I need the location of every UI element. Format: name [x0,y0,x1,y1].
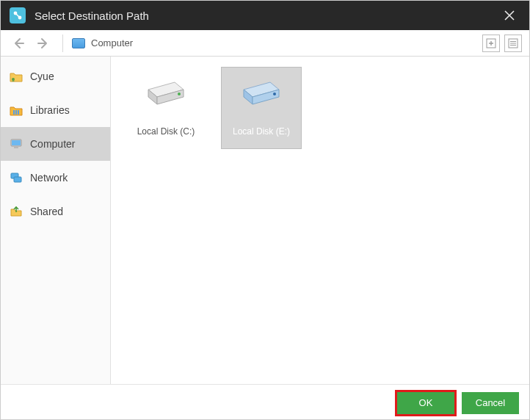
sidebar-item-cyue[interactable]: Cyue [1,59,110,93]
dialog-title: Select Destination Path [35,10,498,22]
titlebar: Select Destination Path [1,1,529,30]
close-icon[interactable] [498,7,520,23]
path-label: Computer [91,37,133,48]
svg-rect-10 [14,147,18,148]
sidebar-item-computer[interactable]: Computer [1,127,110,161]
drive-item-e[interactable]: Local Disk (E:) [221,67,302,149]
svg-point-20 [273,93,276,95]
sidebar-item-label: Shared [30,206,63,217]
back-button[interactable] [8,33,29,54]
cancel-button[interactable]: Cancel [462,392,519,414]
sidebar-item-label: Network [30,172,68,184]
svg-point-16 [178,93,181,95]
drive-item-c[interactable]: Local Disk (C:) [126,67,206,149]
network-icon [10,171,23,184]
svg-rect-9 [12,140,21,145]
drive-icon [241,76,282,109]
computer-icon [10,137,23,151]
user-folder-icon [10,70,23,83]
app-icon [10,7,26,23]
libraries-icon [10,104,23,117]
shared-icon [10,205,23,218]
path-bar[interactable]: Computer [72,37,478,48]
content-pane: Local Disk (C:) Local Disk (E:) [111,57,529,384]
footer: OK Cancel [1,384,529,420]
svg-point-4 [12,78,15,81]
drive-icon [145,76,186,109]
toolbar: Computer [1,30,529,57]
drive-label: Local Disk (C:) [137,126,195,137]
sidebar: Cyue Libraries Computer Network Shared [1,57,111,384]
toolbar-divider [62,35,63,52]
sidebar-item-shared[interactable]: Shared [1,195,110,228]
computer-icon [72,38,85,48]
view-list-button[interactable] [504,35,522,52]
ok-button[interactable]: OK [397,392,454,414]
sidebar-item-libraries[interactable]: Libraries [1,93,110,127]
new-folder-button[interactable] [482,35,500,52]
drive-label: Local Disk (E:) [233,126,290,137]
forward-button[interactable] [33,33,54,54]
sidebar-item-label: Cyue [30,70,54,82]
svg-rect-7 [18,110,19,115]
sidebar-item-network[interactable]: Network [1,161,110,195]
svg-rect-5 [13,110,15,115]
sidebar-item-label: Libraries [30,104,70,116]
svg-rect-6 [15,110,17,115]
sidebar-item-label: Computer [30,138,75,150]
svg-rect-12 [14,177,21,182]
